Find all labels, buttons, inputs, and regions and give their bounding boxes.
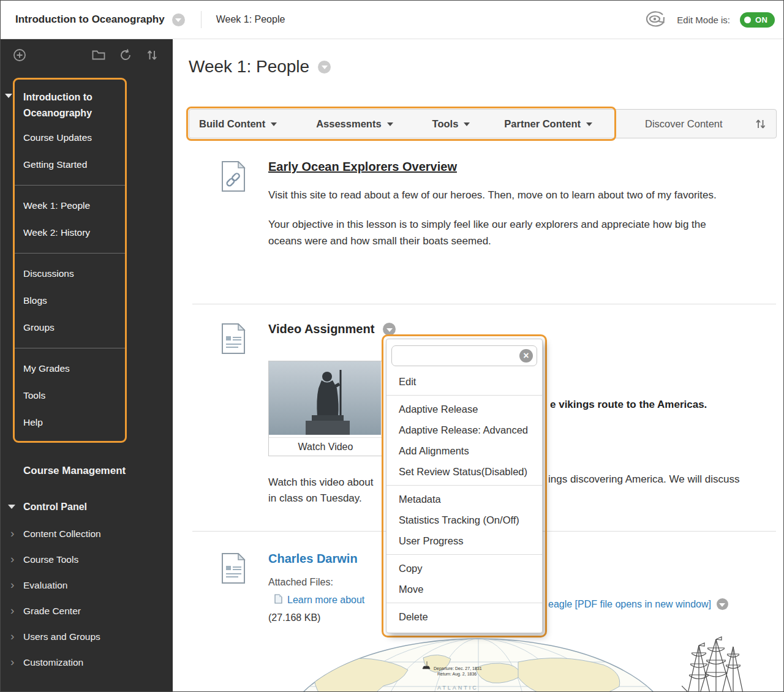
chevron-down-icon bbox=[386, 328, 393, 332]
divider bbox=[15, 185, 125, 186]
sidebar-item-tools[interactable]: Tools bbox=[15, 382, 125, 409]
occluded-text: ings discovering America. We will discus… bbox=[548, 473, 739, 486]
file-options-chevron-icon[interactable] bbox=[717, 598, 728, 610]
sidebar-item-week-2-history[interactable]: Week 2: History bbox=[15, 219, 125, 246]
sidebar-item-label: Content Collection bbox=[23, 528, 101, 539]
close-icon[interactable]: × bbox=[519, 349, 533, 363]
menu-item-adaptive-release[interactable]: Adaptive Release bbox=[386, 399, 542, 419]
button-label: Partner Content bbox=[504, 118, 581, 130]
folder-view-icon[interactable] bbox=[92, 50, 105, 61]
menu-item-statistics-tracking[interactable]: Statistics Tracking (On/Off) bbox=[386, 510, 542, 530]
menu-item-add-alignments[interactable]: Add Alignments bbox=[386, 440, 542, 461]
course-title: Introduction to Oceanography bbox=[15, 13, 165, 26]
divider bbox=[386, 603, 542, 603]
divider bbox=[386, 554, 542, 555]
item-title[interactable]: Video Assignment bbox=[268, 322, 374, 336]
web-link-icon bbox=[221, 183, 246, 194]
page-title-chevron-down-icon[interactable] bbox=[318, 61, 331, 73]
sidebar-item-blogs[interactable]: Blogs bbox=[15, 287, 125, 314]
discover-content-button[interactable]: Discover Content bbox=[645, 118, 723, 130]
sidebar-item-my-grades[interactable]: My Grades bbox=[15, 355, 125, 382]
sidebar-toolbar bbox=[1, 39, 173, 62]
sidebar-course-title[interactable]: Introduction to Oceanography bbox=[15, 83, 125, 124]
sidebar-item-label: Users and Groups bbox=[23, 631, 100, 642]
sidebar-item-getting-started[interactable]: Getting Started bbox=[15, 151, 125, 178]
ship-engraving-image bbox=[682, 634, 749, 692]
divider bbox=[201, 11, 202, 28]
sidebar-item-label: Grade Center bbox=[23, 606, 81, 616]
sidebar-item-discussions[interactable]: Discussions bbox=[15, 260, 125, 287]
menu-item-set-review-status[interactable]: Set Review Status(Disabled) bbox=[386, 461, 542, 482]
statue-image bbox=[269, 361, 381, 435]
map-note-1: Departure: Dec. 27, 1831 bbox=[434, 666, 482, 671]
chevron-down-icon bbox=[387, 122, 393, 126]
add-menu-item-icon[interactable] bbox=[13, 48, 26, 62]
item-title-link[interactable]: Early Ocean Explorers Overview bbox=[268, 160, 457, 173]
chevron-right-icon: › bbox=[10, 630, 14, 643]
chevron-down-icon bbox=[719, 603, 725, 607]
item-description: Your objective in this lesson is to simp… bbox=[268, 217, 731, 249]
chevron-right-icon: › bbox=[10, 552, 14, 566]
sidebar-item-label: Customization bbox=[23, 657, 83, 668]
content-document-icon bbox=[221, 575, 246, 585]
build-content-button[interactable]: Build Content bbox=[199, 118, 277, 130]
context-menu-header: × bbox=[391, 345, 537, 366]
refresh-icon[interactable] bbox=[119, 48, 132, 62]
sidebar-item-content-collection[interactable]: › Content Collection bbox=[1, 521, 173, 547]
sidebar-item-groups[interactable]: Groups bbox=[15, 314, 125, 341]
menu-item-delete[interactable]: Delete bbox=[386, 606, 542, 627]
edit-mode-label: Edit Mode is: bbox=[677, 15, 730, 25]
chevron-down-icon bbox=[175, 18, 181, 22]
course-title-chevron-down-icon[interactable] bbox=[172, 13, 185, 26]
file-icon bbox=[274, 594, 282, 606]
menu-item-move[interactable]: Move bbox=[386, 579, 542, 600]
student-preview-icon[interactable] bbox=[644, 10, 667, 29]
page-title: Week 1: People bbox=[189, 57, 309, 77]
sidebar-item-course-updates[interactable]: Course Updates bbox=[15, 124, 125, 151]
control-panel-list: › Content Collection › Course Tools › Ev… bbox=[1, 521, 173, 675]
reorder-arrows-icon[interactable] bbox=[146, 48, 158, 62]
button-label: Tools bbox=[432, 118, 459, 130]
menu-item-edit[interactable]: Edit bbox=[386, 371, 542, 392]
menu-item-user-progress[interactable]: User Progress bbox=[386, 530, 542, 551]
item-options-chevron-icon[interactable] bbox=[383, 323, 396, 336]
content-area: Week 1: People Build Content Assessments… bbox=[173, 39, 783, 691]
assessments-button[interactable]: Assessments bbox=[316, 118, 393, 130]
menu-item-metadata[interactable]: Metadata bbox=[386, 489, 542, 510]
sort-order-icon[interactable] bbox=[755, 118, 766, 130]
divider bbox=[15, 253, 125, 254]
attached-file-link[interactable]: Learn more about bbox=[287, 595, 364, 606]
collapse-caret-icon[interactable] bbox=[5, 94, 12, 98]
top-bar: Introduction to Oceanography Week 1: Peo… bbox=[1, 1, 783, 39]
course-sidebar: Introduction to Oceanography Course Upda… bbox=[1, 39, 173, 691]
chevron-right-icon: › bbox=[10, 604, 14, 617]
chevron-down-icon bbox=[322, 66, 328, 69]
item-title-link[interactable]: Charles Darwin bbox=[268, 552, 358, 565]
sidebar-item-users-and-groups[interactable]: › Users and Groups bbox=[1, 624, 173, 650]
edit-mode-toggle[interactable]: ON bbox=[740, 12, 775, 28]
menu-item-adaptive-release-advanced[interactable]: Adaptive Release: Advanced bbox=[386, 419, 542, 440]
partner-content-button[interactable]: Partner Content bbox=[504, 118, 592, 130]
video-thumbnail[interactable]: Watch Video bbox=[268, 361, 383, 456]
sidebar-item-grade-center[interactable]: › Grade Center bbox=[1, 598, 173, 624]
menu-item-copy[interactable]: Copy bbox=[386, 558, 542, 579]
watch-video-link[interactable]: Watch Video bbox=[269, 437, 382, 456]
sidebar-item-label: Evaluation bbox=[23, 580, 67, 590]
chevron-down-icon bbox=[464, 122, 470, 126]
sidebar-item-customization[interactable]: › Customization bbox=[1, 650, 173, 675]
context-menu: × Edit Adaptive Release Adaptive Release… bbox=[382, 334, 547, 637]
tools-button[interactable]: Tools bbox=[432, 118, 470, 130]
ocean-label: ATLANTIC bbox=[437, 685, 478, 691]
breadcrumb: Week 1: People bbox=[216, 14, 285, 25]
sidebar-item-control-panel[interactable]: Control Panel bbox=[1, 502, 173, 513]
edit-mode-value: ON bbox=[755, 15, 768, 24]
pdf-link[interactable]: eagle [PDF file opens in new window] bbox=[548, 599, 711, 610]
sidebar-item-course-tools[interactable]: › Course Tools bbox=[1, 547, 173, 573]
control-panel-label: Control Panel bbox=[23, 502, 87, 512]
divider bbox=[192, 304, 776, 304]
sidebar-item-help[interactable]: Help bbox=[15, 409, 125, 436]
course-menu: Introduction to Oceanography Course Upda… bbox=[13, 78, 127, 443]
sidebar-item-week-1-people[interactable]: Week 1: People bbox=[15, 192, 125, 219]
sidebar-item-label: Course Tools bbox=[23, 554, 78, 565]
sidebar-item-evaluation[interactable]: › Evaluation bbox=[1, 573, 173, 598]
